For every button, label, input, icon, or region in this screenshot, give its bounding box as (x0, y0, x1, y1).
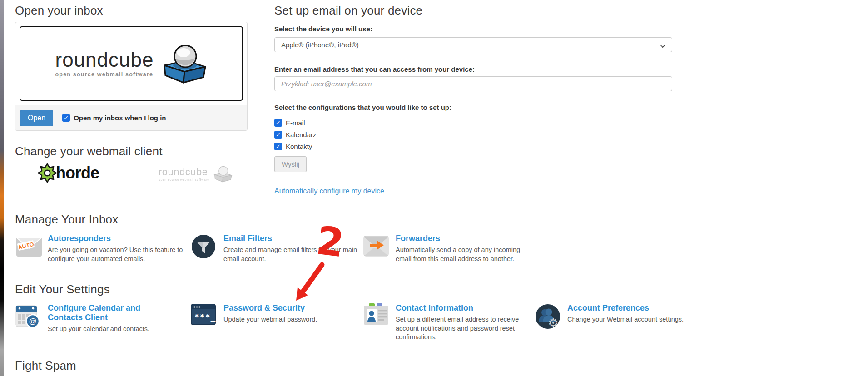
calendar-contacts-desc: Set up your calendar and contacts. (48, 325, 184, 334)
desktop-wallpaper-edge (0, 0, 4, 376)
config-checkbox-row: E-mail (274, 119, 305, 127)
config-select-label: Select the configurations that you would… (274, 104, 451, 111)
send-button[interactable]: Wyślij (274, 156, 307, 172)
roundcube-logo-image: roundcube open source webmail software (20, 26, 243, 101)
autoresponders-desc: Are you going on vacation? Use this feat… (48, 246, 184, 263)
account-preferences-desc: Change your Webmail account settings. (567, 315, 704, 324)
roundcube-mini-cube-icon (213, 165, 233, 183)
email-filters-link[interactable]: Email Filters (223, 234, 351, 243)
current-webmail-client-card: roundcube open source webmail software O… (15, 22, 248, 131)
password-security-link[interactable]: Password & Security (223, 303, 351, 313)
forwarder-envelope-icon (363, 234, 390, 258)
edit-settings-heading: Edit Your Settings (15, 282, 110, 297)
account-preferences-item[interactable]: ⚙ Account Preferences Change your Webmai… (535, 303, 704, 324)
email-field-label: Enter an email address that you can acce… (274, 65, 475, 73)
contact-information-desc: Set up a different email address to rece… (396, 315, 532, 342)
password-security-item[interactable]: ***_ Password & Security Update your web… (191, 303, 360, 324)
roundcube-logo-tagline: open source webmail software (55, 71, 154, 78)
horde-client-option[interactable]: horde (37, 163, 99, 183)
config-checkbox-row: Kontakty (274, 143, 312, 150)
password-terminal-icon: ***_ (191, 303, 216, 326)
red-step-2-annotation: 2 (274, 217, 370, 317)
horde-gear-icon (37, 163, 58, 183)
open-inbox-heading: Open your inbox (15, 4, 103, 18)
config-checkbox-row: Kalendarz (274, 131, 317, 139)
svg-text:***_: ***_ (194, 312, 216, 322)
roundcube-logo-text: roundcube (55, 50, 154, 70)
autoresponders-link[interactable]: Autoresponders (48, 234, 175, 243)
calendar-contacts-icon: @ (15, 303, 41, 330)
svg-text:@: @ (29, 317, 37, 326)
forwarders-desc: Automatically send a copy of any incomin… (396, 246, 532, 263)
change-client-heading: Change your webmail client (15, 144, 163, 158)
roundcube-client-option[interactable]: roundcube open source webmail software (159, 165, 233, 183)
email-field[interactable] (274, 76, 672, 91)
webmail-client-choices: horde roundcube open source webmail soft… (15, 162, 248, 187)
device-setup-heading: Set up email on your device (274, 4, 422, 18)
webmail-home-page: Open your inbox roundcube open source we… (4, 0, 868, 376)
email-filter-funnel-icon (191, 234, 216, 259)
fight-spam-heading: Fight Spam (15, 359, 76, 373)
device-select-label: Select the device you will use: (274, 25, 372, 33)
email-filters-item[interactable]: Email Filters Create and manage email fi… (191, 234, 360, 263)
device-select-value: Apple® (iPhone®, iPad®) (281, 41, 359, 49)
email-config-checkbox[interactable] (274, 119, 282, 127)
open-inbox-checkbox[interactable] (62, 114, 70, 122)
inbox-card-footer: Open Open my inbox when I log in (15, 105, 247, 130)
chevron-down-icon (660, 43, 665, 48)
auto-configure-link[interactable]: Automatically configure my device (274, 187, 384, 195)
calendar-config-checkbox[interactable] (274, 131, 282, 139)
calendar-config-label[interactable]: Kalendarz (286, 131, 317, 139)
open-inbox-checkbox-label[interactable]: Open my inbox when I log in (74, 114, 166, 122)
roundcube-cube-icon (160, 43, 207, 84)
annotation-arrowhead-icon (296, 287, 308, 301)
annotation-arrow-shaft (302, 265, 322, 293)
forwarders-item[interactable]: Forwarders Automatically send a copy of … (363, 234, 532, 263)
email-config-label[interactable]: E-mail (286, 119, 305, 127)
calendar-contacts-link[interactable]: Configure Calendar and Contacts Client (48, 303, 175, 322)
contact-information-link[interactable]: Contact Information (396, 303, 523, 313)
password-security-desc: Update your webmail password. (223, 315, 360, 324)
horde-logo-text: horde (56, 163, 99, 183)
autoresponders-item[interactable]: AUTO Autoresponders Are you going on vac… (15, 234, 184, 263)
calendar-contacts-item[interactable]: @ Configure Calendar and Contacts Client… (15, 303, 184, 334)
forwarders-link[interactable]: Forwarders (396, 234, 523, 243)
roundcube-mini-tagline: open source webmail software (159, 178, 209, 181)
contact-information-item[interactable]: Contact Information Set up a different e… (363, 303, 532, 342)
manage-inbox-heading: Manage Your Inbox (15, 213, 118, 227)
contacts-config-checkbox[interactable] (274, 143, 282, 150)
email-filters-desc: Create and manage email filters for your… (223, 246, 360, 263)
open-inbox-button[interactable]: Open (20, 110, 53, 126)
roundcube-mini-logo-text: roundcube (159, 167, 209, 177)
contact-card-icon (363, 303, 390, 326)
autoresponders-envelope-icon: AUTO (15, 234, 43, 258)
contacts-config-label[interactable]: Kontakty (286, 143, 312, 150)
svg-text:⚙: ⚙ (548, 316, 558, 330)
account-people-gear-icon: ⚙ (535, 303, 561, 330)
account-preferences-link[interactable]: Account Preferences (567, 303, 694, 313)
device-select[interactable]: Apple® (iPhone®, iPad®) (274, 37, 672, 52)
